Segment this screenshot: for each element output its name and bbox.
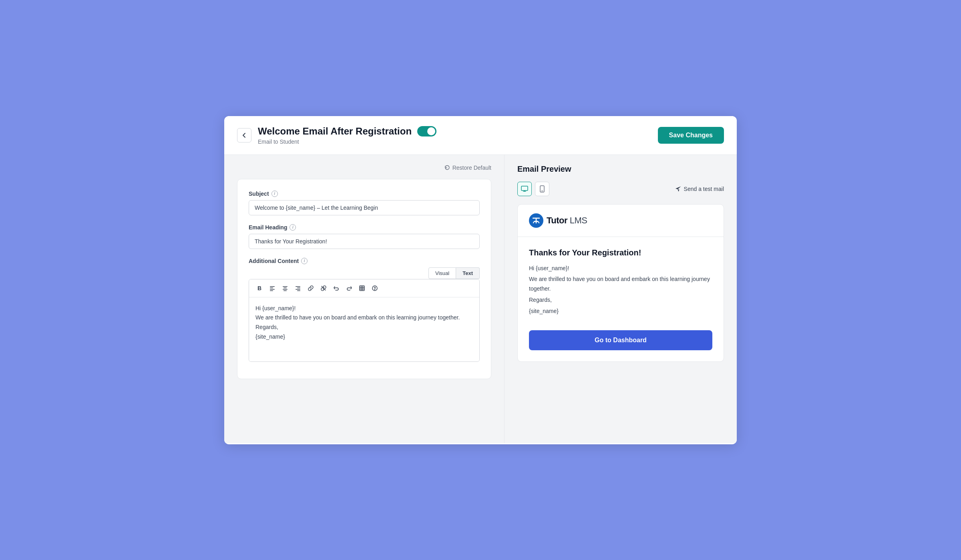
subject-label: Subject i	[249, 191, 480, 197]
back-button[interactable]	[237, 128, 251, 143]
svg-rect-3	[270, 290, 273, 291]
svg-rect-8	[296, 286, 300, 287]
email-preview-card: Tutor LMS Thanks for Your Registration! …	[517, 204, 724, 362]
subject-info-icon[interactable]: i	[271, 191, 278, 197]
unlink-button[interactable]	[318, 283, 329, 294]
svg-rect-20	[521, 186, 528, 191]
svg-rect-7	[283, 290, 287, 291]
subject-input[interactable]	[249, 200, 480, 215]
content-area: Restore Default Subject i Email Heading	[224, 155, 737, 443]
svg-rect-4	[283, 286, 287, 287]
page-subtitle: Email to Student	[258, 138, 658, 145]
email-heading-group: Email Heading i	[249, 224, 480, 249]
additional-content-label: Additional Content i	[249, 258, 480, 264]
form-card: Subject i Email Heading i Addi	[237, 179, 491, 379]
right-panel: Email Preview	[505, 155, 737, 443]
email-preview-line4: {site_name}	[529, 307, 712, 316]
svg-rect-10	[296, 289, 300, 290]
svg-rect-9	[297, 287, 300, 288]
email-preview-line1: Hi {user_name}!	[529, 264, 712, 273]
page-title: Welcome Email After Registration	[258, 126, 412, 137]
preview-title: Email Preview	[517, 165, 724, 174]
bold-button[interactable]: B	[254, 283, 265, 294]
help-button[interactable]	[369, 283, 380, 294]
align-right-button[interactable]	[292, 283, 304, 294]
tutor-lms-icon	[529, 213, 543, 228]
link-button[interactable]	[305, 283, 316, 294]
subject-group: Subject i	[249, 191, 480, 215]
go-to-dashboard-button[interactable]: Go to Dashboard	[529, 330, 712, 350]
restore-default-label: Restore Default	[452, 165, 491, 171]
main-card: Welcome Email After Registration Email t…	[224, 116, 737, 444]
editor-line-1: Hi {user_name}!	[255, 304, 473, 313]
svg-rect-11	[297, 290, 300, 291]
logo-text: Tutor LMS	[547, 215, 587, 226]
tutor-logo: Tutor LMS	[529, 213, 587, 228]
svg-rect-6	[283, 289, 287, 290]
editor-content-area[interactable]: Hi {user_name}! We are thrilled to have …	[249, 297, 479, 361]
email-preview-header: Tutor LMS	[518, 205, 724, 237]
tab-text[interactable]: Text	[456, 267, 480, 279]
send-test-mail-button[interactable]: Send a test mail	[675, 186, 724, 192]
align-left-button[interactable]	[267, 283, 278, 294]
editor-box: B	[249, 279, 480, 362]
email-preview-heading: Thanks for Your Registration!	[529, 248, 712, 257]
undo-button[interactable]	[331, 283, 342, 294]
editor-line-2: We are thrilled to have you on board and…	[255, 313, 473, 323]
editor-line-3: Regards,	[255, 323, 473, 332]
restore-default-button[interactable]: Restore Default	[444, 165, 491, 171]
email-toggle[interactable]	[417, 126, 436, 136]
svg-rect-1	[270, 287, 273, 288]
editor-toolbar: B	[249, 279, 479, 297]
editor-tabs: Visual Text	[249, 267, 480, 279]
align-center-button[interactable]	[279, 283, 291, 294]
email-heading-info-icon[interactable]: i	[290, 224, 296, 231]
tab-visual[interactable]: Visual	[428, 267, 456, 279]
preview-controls: Send a test mail	[517, 182, 724, 196]
email-preview-body: Thanks for Your Registration! Hi {user_n…	[518, 237, 724, 324]
device-buttons	[517, 182, 549, 196]
email-preview-footer: Go to Dashboard	[518, 324, 724, 361]
header-title-group: Welcome Email After Registration Email t…	[258, 126, 658, 145]
additional-content-info-icon[interactable]: i	[301, 258, 308, 264]
svg-line-12	[322, 286, 326, 290]
desktop-preview-button[interactable]	[517, 182, 532, 196]
email-heading-input[interactable]	[249, 234, 480, 249]
svg-point-19	[375, 289, 375, 290]
svg-rect-2	[270, 289, 275, 290]
email-heading-label: Email Heading i	[249, 224, 480, 231]
table-button[interactable]	[356, 283, 368, 294]
mobile-preview-button[interactable]	[535, 182, 549, 196]
email-preview-line3: Regards,	[529, 295, 712, 305]
editor-line-4: {site_name}	[255, 332, 473, 342]
header: Welcome Email After Registration Email t…	[224, 116, 737, 155]
redo-button[interactable]	[344, 283, 355, 294]
left-panel: Restore Default Subject i Email Heading	[224, 155, 505, 443]
email-preview-line2: We are thrilled to have you on board and…	[529, 275, 712, 294]
save-changes-button[interactable]: Save Changes	[658, 127, 724, 144]
svg-rect-0	[270, 286, 275, 287]
additional-content-group: Additional Content i Visual Text B	[249, 258, 480, 362]
svg-rect-5	[283, 287, 287, 288]
svg-rect-13	[360, 286, 364, 291]
